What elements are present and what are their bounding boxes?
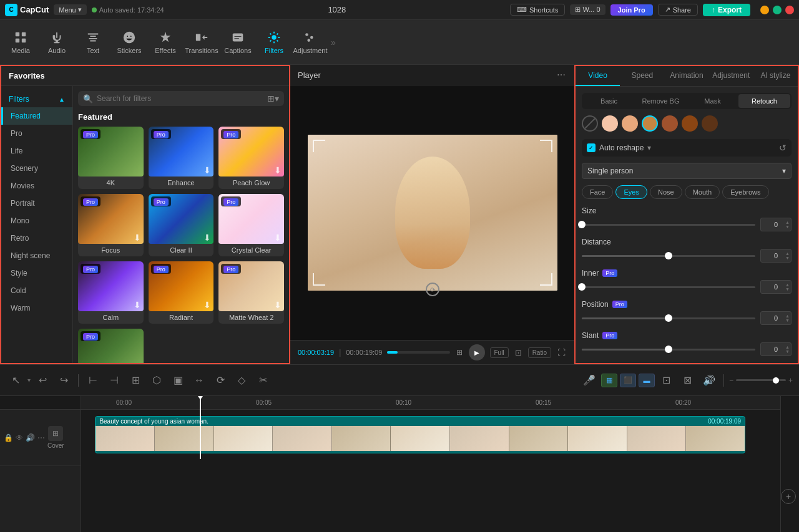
search-input[interactable] [97, 94, 263, 103]
export-button[interactable]: ↑ Export [703, 4, 750, 16]
mic-button[interactable]: 🎤 [580, 371, 599, 390]
clip-tool[interactable]: ▣ [169, 371, 187, 390]
subtab-mask[interactable]: Mask [687, 94, 738, 108]
swatch-dark1[interactable] [662, 115, 678, 132]
track-eye-icon[interactable]: 👁 [16, 433, 23, 442]
tab-speed[interactable]: Speed [620, 66, 664, 86]
split-tool[interactable]: ⊢ [84, 371, 102, 390]
fullscreen-icon[interactable]: ⛶ [556, 347, 567, 359]
sidebar-item-featured[interactable]: Featured [1, 107, 72, 125]
freeze-tool[interactable]: ⬡ [147, 371, 166, 390]
subtab-remove-bg[interactable]: Remove BG [635, 94, 687, 108]
ratio-button[interactable]: Ratio [528, 347, 551, 358]
subtab-basic[interactable]: Basic [583, 94, 635, 108]
filter-card-focus[interactable]: Pro ⬇ Focus [78, 194, 144, 256]
minus-icon[interactable]: − [729, 376, 733, 385]
clip-marker-icon[interactable]: ⊞ [455, 347, 464, 358]
toolbar-item-filters[interactable]: Filters [256, 22, 292, 62]
merge-btn[interactable]: ⊡ [657, 371, 676, 390]
delete-tool[interactable]: ✂ [253, 371, 272, 390]
filter-card-peach-glow[interactable]: Pro ⬇ Peach Glow [218, 127, 284, 189]
plus-icon[interactable]: + [788, 376, 793, 385]
inner-spin-up[interactable]: ▲ [785, 283, 790, 287]
distance-spin-up[interactable]: ▲ [785, 251, 790, 256]
filter-card-enhance[interactable]: Pro ⬇ Enhance [149, 127, 214, 189]
filter-card-matte-wheat2[interactable]: Pro ⬇ Matte Wheat 2 [218, 261, 284, 324]
filter-card-radiant[interactable]: Pro ⬇ Radiant [149, 261, 214, 324]
swatch-dark2[interactable] [682, 115, 698, 132]
toolbar-item-media[interactable]: Media [2, 22, 39, 62]
position-spin-up[interactable]: ▲ [785, 314, 790, 318]
reset-button[interactable]: ↺ [779, 143, 787, 153]
menu-button[interactable]: Menu ▾ [54, 4, 87, 15]
player-menu-icon[interactable]: ⋯ [556, 69, 567, 81]
face-tab-eyes[interactable]: Eyes [615, 185, 647, 199]
join-pro-button[interactable]: Join Pro [610, 4, 653, 16]
size-slider-thumb[interactable] [578, 221, 586, 228]
size-slider[interactable] [582, 224, 755, 226]
cover-button[interactable]: ⊞ Cover [47, 426, 64, 449]
undo-button[interactable]: ↩ [33, 371, 52, 390]
sidebar-item-warm[interactable]: Warm [1, 299, 72, 317]
close-button[interactable] [785, 6, 794, 14]
inner-slider-thumb[interactable] [578, 283, 586, 291]
toolbar-expand-icon[interactable]: » [331, 37, 336, 47]
distance-slider-thumb[interactable] [665, 252, 672, 259]
swatch-light1[interactable] [602, 115, 618, 132]
swatch-dark3[interactable] [702, 115, 718, 132]
face-tab-nose[interactable]: Nose [650, 185, 682, 199]
add-clip-button[interactable]: + [781, 489, 796, 504]
toolbar-item-effects[interactable]: Effects [147, 22, 184, 62]
toolbar-item-captions[interactable]: Captions [220, 22, 256, 62]
mask-tool[interactable]: ◇ [232, 371, 251, 390]
sidebar-item-mono[interactable]: Mono [1, 212, 72, 230]
auto-reshape-checkbox[interactable] [587, 143, 596, 152]
inner-slider[interactable] [582, 286, 755, 288]
filter-options-icon[interactable]: ⊞▾ [267, 94, 279, 104]
sidebar-item-cold[interactable]: Cold [1, 282, 72, 299]
track-sound-icon[interactable]: 🔊 [26, 433, 35, 442]
face-tab-face[interactable]: Face [582, 185, 613, 199]
full-button[interactable]: Full [490, 347, 509, 358]
tab-ai-stylize[interactable]: AI stylize [753, 66, 798, 86]
minimize-button[interactable] [760, 6, 769, 14]
track-lock-icon[interactable]: 🔒 [4, 433, 13, 442]
filter-card-clear2[interactable]: Pro ⬇ Clear II [149, 194, 214, 256]
sidebar-item-night-scene[interactable]: Night scene [1, 247, 72, 264]
toolbar-item-text[interactable]: Text [75, 22, 111, 62]
person-select-dropdown[interactable]: Single person ▾ [582, 163, 792, 179]
swatch-medium[interactable] [642, 115, 658, 132]
tab-animation[interactable]: Animation [664, 66, 708, 86]
sidebar-item-style[interactable]: Style [1, 264, 72, 282]
select-tool[interactable]: ↖ [6, 371, 25, 390]
clip-style-btn3[interactable]: ▬ [639, 374, 655, 387]
filter-card-next1[interactable]: Pro [78, 329, 144, 363]
video-clip[interactable]: Beauty concept of young asian woman. 00:… [95, 416, 745, 453]
position-slider-thumb[interactable] [665, 314, 672, 322]
distance-spin-down[interactable]: ▼ [785, 256, 790, 260]
sidebar-item-movies[interactable]: Movies [1, 177, 72, 195]
audio-btn[interactable]: 🔊 [700, 371, 718, 390]
face-tab-mouth[interactable]: Mouth [685, 185, 720, 199]
toolbar-item-transitions[interactable]: Transitions [184, 22, 220, 62]
swatch-light2[interactable] [622, 115, 638, 132]
crop-tool[interactable]: ⊞ [126, 371, 145, 390]
flip-h-tool[interactable]: ↔ [190, 371, 208, 390]
trim-tool[interactable]: ⊣ [105, 371, 124, 390]
distance-slider[interactable] [582, 255, 755, 257]
clip-style-btn2[interactable]: ⬛ [620, 374, 636, 387]
sidebar-item-scenery[interactable]: Scenery [1, 160, 72, 177]
toolbar-item-audio[interactable]: Audio [39, 22, 75, 62]
swatch-none[interactable] [582, 115, 598, 132]
filter-card-crystal-clear[interactable]: Pro ⬇ Crystal Clear [218, 194, 284, 256]
tab-video[interactable]: Video [576, 66, 620, 86]
play-button[interactable]: ▶ [469, 344, 485, 360]
workspace-button[interactable]: ⊞ W... 0 [570, 4, 605, 15]
subtab-retouch[interactable]: Retouch [738, 94, 790, 108]
sidebar-item-retro[interactable]: Retro [1, 230, 72, 247]
track-more-icon[interactable]: ⋯ [37, 433, 45, 442]
clip-style-btn1[interactable]: ▦ [601, 374, 617, 387]
filter-card-4k[interactable]: Pro 4K [78, 127, 144, 189]
slant-spin-up[interactable]: ▲ [785, 345, 790, 349]
size-spin-up[interactable]: ▲ [785, 220, 790, 225]
